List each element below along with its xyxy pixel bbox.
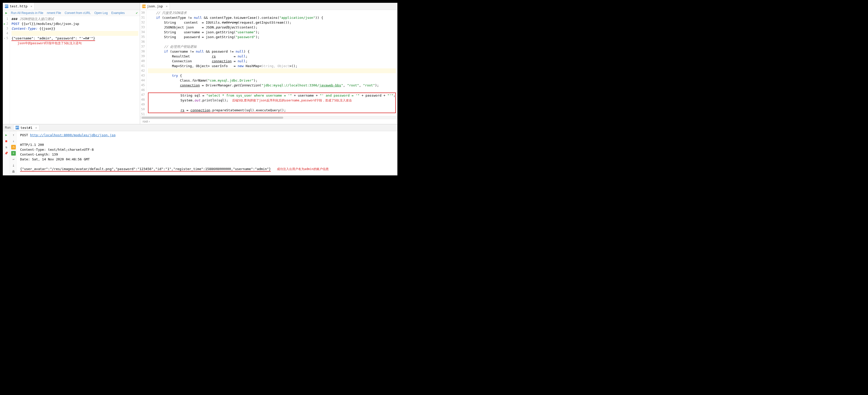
annotation-backend-sql: 后端SQL查询拼接了json反序列化后的username,password字段，… (232, 99, 352, 102)
response-url-link[interactable]: http://localhost:8000/modules/jdbc/json.… (30, 133, 116, 137)
right-gutter: 30 31 32 33 34 35 36 37 38 39 40 41 42 4… (140, 10, 147, 116)
json-icon[interactable]: JS (11, 145, 16, 150)
rerun-icon[interactable]: ▶ (4, 133, 9, 137)
soft-wrap-icon[interactable]: ↩ (11, 157, 16, 162)
left-code[interactable]: ### JSON登陆注入接口测试 POST {{url}}/modules/jd… (10, 16, 140, 124)
breadcrumb[interactable]: root › (140, 119, 397, 124)
stop-icon[interactable]: ■ (4, 139, 9, 143)
run-all-link[interactable]: Run All Requests in File (11, 11, 43, 15)
left-tab-bar: API test.http × (3, 3, 140, 10)
run-label: Run: (5, 126, 11, 129)
tab-json-jsp[interactable]: jsp json.jsp × (140, 3, 170, 10)
layout-icon[interactable]: ⇅ (4, 145, 9, 150)
left-editor: API test.http × ▶ Run All Requests in Fi… (3, 3, 140, 124)
console-output[interactable]: POST http://localhost:8000/modules/jdbc/… (17, 131, 397, 175)
run-all-icon[interactable]: ▶ (5, 11, 7, 15)
check-icon: ✔ (136, 11, 138, 15)
right-editor: jsp json.jsp × 30 31 32 33 34 35 36 37 3… (140, 3, 397, 124)
close-icon[interactable]: × (166, 4, 168, 8)
down-icon[interactable]: ↓ (11, 139, 16, 143)
annotation-success: 成功注入出用户名为admin的账户信息 (277, 167, 329, 171)
run-panel: Run: API test#1 × ▶ ■ ⇅ 📌 ↑ ↓ JS H ↩ ⤓ 🖶 (3, 124, 397, 175)
print-icon[interactable]: 🖶 (11, 169, 16, 174)
examples-link[interactable]: Examples (111, 11, 125, 15)
annotation-sql-injection-payload: json中的password字段中包含了SQL注入语句 (18, 41, 82, 45)
tab-label: json.jsp (147, 4, 163, 8)
http-toolbar: ▶ Run All Requests in File nment File Co… (3, 10, 140, 16)
ide-window: API test.http × ▶ Run All Requests in Fi… (3, 3, 398, 176)
nment-file-link[interactable]: nment File (47, 11, 61, 15)
left-gutter: 1 ▶2 3 4 ▸5 (3, 16, 10, 124)
run-tab-label: test#1 (20, 126, 32, 130)
api-file-icon: API (16, 126, 19, 129)
horizontal-scrollbar[interactable] (140, 116, 397, 119)
right-code[interactable]: // 只接受JSON请求 if (contentType != null && … (147, 10, 397, 116)
pin-icon[interactable]: 📌 (4, 151, 9, 156)
http-icon[interactable]: H (11, 151, 16, 156)
sql-injection-highlight-box: String sql = "select * from sys_user whe… (148, 93, 396, 113)
right-tab-bar: jsp json.jsp × (140, 3, 397, 10)
tab-test-http[interactable]: API test.http × (3, 3, 35, 10)
jsp-file-icon: jsp (142, 5, 146, 8)
up-icon[interactable]: ↑ (11, 133, 16, 137)
scroll-end-icon[interactable]: ⤓ (11, 163, 16, 168)
open-log-link[interactable]: Open Log (94, 11, 108, 15)
api-file-icon: API (5, 5, 8, 8)
run-request-icon[interactable]: ▶ (4, 21, 5, 26)
run-toolbar-right: ↑ ↓ JS H ↩ ⤓ 🖶 (10, 131, 17, 175)
close-icon[interactable]: × (35, 126, 37, 130)
convert-curl-link[interactable]: Convert from cURL (65, 11, 91, 15)
close-icon[interactable]: × (30, 4, 32, 8)
request-body: {"username": "admin", "password": "'=0#'… (11, 36, 95, 41)
run-toolbar-left: ▶ ■ ⇅ 📌 (3, 131, 10, 175)
response-body: {"user_avatar":"/res/images/avatar/defau… (20, 167, 271, 172)
tab-label: test.http (10, 4, 27, 8)
